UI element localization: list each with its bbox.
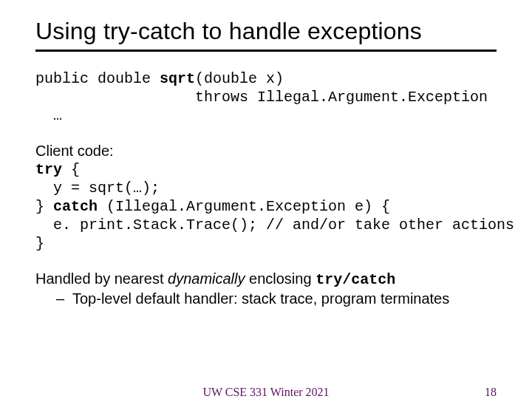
handled-dyn: dynamically <box>168 270 245 287</box>
footer-center: UW CSE 331 Winter 2021 <box>202 386 329 399</box>
client-l5: } <box>35 235 44 252</box>
handled-pre: Handled by nearest <box>35 270 168 287</box>
client-l4: e. print.Stack.Trace(); // and/or take o… <box>35 216 514 233</box>
sig-line2: throws Illegal.Argument.Exception <box>35 89 488 106</box>
sig-line1-name: sqrt <box>160 70 195 87</box>
client-block: Client code: try { y = sqrt(…); } catch … <box>35 141 497 253</box>
bullet-dash-icon: – <box>56 289 72 308</box>
client-code: try { y = sqrt(…); } catch (Illegal.Argu… <box>35 160 497 253</box>
handled-bullet: Top-level default handler: stack trace, … <box>72 289 449 308</box>
sig-line3: … <box>35 107 62 124</box>
handled-trycatch: try/catch <box>316 271 395 288</box>
handled-bullet-row: – Top-level default handler: stack trace… <box>35 289 497 308</box>
client-l3c: (Illegal.Argument.Exception e) { <box>98 198 390 215</box>
sig-line1-pre: public double <box>35 70 160 87</box>
handled-block: Handled by nearest dynamically enclosing… <box>35 269 497 308</box>
client-try: try <box>35 161 62 178</box>
client-label: Client code: <box>35 141 497 160</box>
slide-title: Using try-catch to handle exceptions <box>35 18 497 45</box>
client-l1b: { <box>62 161 80 178</box>
client-l2: y = sqrt(…); <box>35 180 160 197</box>
page-number: 18 <box>485 386 497 399</box>
client-catch: catch <box>53 198 98 215</box>
handled-mid: enclosing <box>245 270 316 287</box>
title-rule <box>35 50 497 52</box>
handled-line: Handled by nearest dynamically enclosing… <box>35 269 497 289</box>
client-l3a: } <box>35 198 53 215</box>
sig-line1-post: (double x) <box>195 70 284 87</box>
signature-code: public double sqrt(double x) throws Ille… <box>35 69 497 125</box>
slide: Using try-catch to handle exceptions pub… <box>0 0 532 308</box>
